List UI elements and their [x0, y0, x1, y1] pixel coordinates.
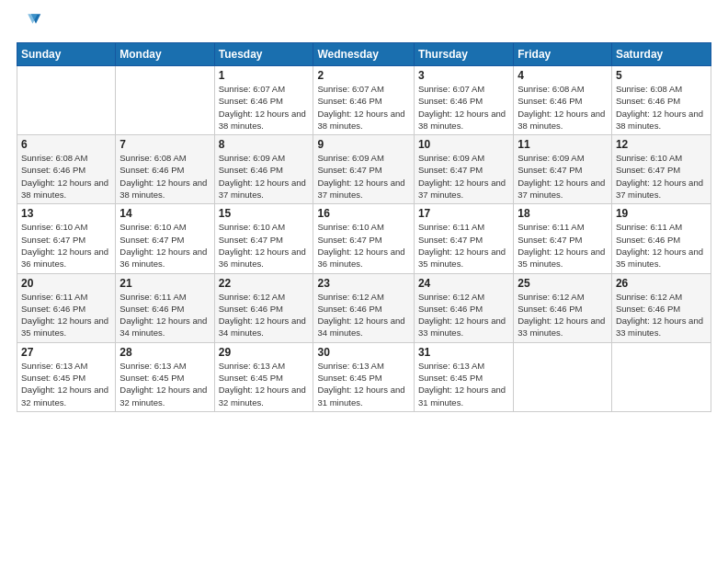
day-cell: 19Sunrise: 6:11 AM Sunset: 6:46 PM Dayli…: [611, 204, 711, 273]
day-number: 19: [616, 207, 707, 220]
col-header-saturday: Saturday: [611, 43, 711, 66]
day-cell: 2Sunrise: 6:07 AM Sunset: 6:46 PM Daylig…: [313, 66, 414, 135]
day-info: Sunrise: 6:08 AM Sunset: 6:46 PM Dayligh…: [119, 152, 210, 201]
day-info: Sunrise: 6:11 AM Sunset: 6:46 PM Dayligh…: [616, 221, 707, 270]
day-info: Sunrise: 6:11 AM Sunset: 6:47 PM Dayligh…: [418, 221, 509, 270]
days-header-row: SundayMondayTuesdayWednesdayThursdayFrid…: [17, 43, 711, 66]
day-number: 24: [418, 277, 509, 290]
col-header-friday: Friday: [514, 43, 612, 66]
day-number: 10: [418, 138, 509, 151]
day-cell: 22Sunrise: 6:12 AM Sunset: 6:46 PM Dayli…: [214, 273, 313, 342]
day-number: 27: [21, 346, 111, 359]
col-header-sunday: Sunday: [17, 43, 116, 66]
day-number: 6: [21, 138, 111, 151]
day-number: 4: [518, 69, 608, 82]
day-cell: 5Sunrise: 6:08 AM Sunset: 6:46 PM Daylig…: [611, 66, 711, 135]
day-number: 30: [317, 346, 409, 359]
day-cell: 23Sunrise: 6:12 AM Sunset: 6:46 PM Dayli…: [313, 273, 414, 342]
day-number: 2: [317, 69, 409, 82]
header: [17, 9, 711, 35]
day-info: Sunrise: 6:12 AM Sunset: 6:46 PM Dayligh…: [418, 291, 509, 339]
day-info: Sunrise: 6:11 AM Sunset: 6:46 PM Dayligh…: [119, 291, 210, 339]
day-info: Sunrise: 6:10 AM Sunset: 6:47 PM Dayligh…: [119, 221, 210, 270]
day-number: 31: [418, 346, 509, 359]
day-info: Sunrise: 6:12 AM Sunset: 6:46 PM Dayligh…: [219, 291, 310, 339]
calendar-table: SundayMondayTuesdayWednesdayThursdayFrid…: [17, 42, 711, 412]
day-cell: 17Sunrise: 6:11 AM Sunset: 6:47 PM Dayli…: [414, 204, 513, 273]
day-cell: 8Sunrise: 6:09 AM Sunset: 6:46 PM Daylig…: [214, 135, 313, 204]
day-number: 25: [518, 277, 608, 290]
day-cell: 13Sunrise: 6:10 AM Sunset: 6:47 PM Dayli…: [17, 204, 116, 273]
day-cell: 18Sunrise: 6:11 AM Sunset: 6:47 PM Dayli…: [514, 204, 612, 273]
col-header-tuesday: Tuesday: [214, 43, 313, 66]
day-cell: 14Sunrise: 6:10 AM Sunset: 6:47 PM Dayli…: [116, 204, 214, 273]
day-info: Sunrise: 6:11 AM Sunset: 6:46 PM Dayligh…: [21, 291, 111, 339]
day-number: 14: [119, 207, 210, 220]
day-number: 8: [219, 138, 310, 151]
day-number: 16: [317, 207, 409, 220]
day-number: 29: [219, 346, 310, 359]
logo-icon: [17, 9, 42, 35]
day-info: Sunrise: 6:13 AM Sunset: 6:45 PM Dayligh…: [219, 360, 310, 408]
day-info: Sunrise: 6:09 AM Sunset: 6:47 PM Dayligh…: [418, 152, 509, 201]
day-cell: 15Sunrise: 6:10 AM Sunset: 6:47 PM Dayli…: [214, 204, 313, 273]
day-number: 20: [21, 277, 111, 290]
day-info: Sunrise: 6:08 AM Sunset: 6:46 PM Dayligh…: [21, 152, 111, 201]
day-cell: 16Sunrise: 6:10 AM Sunset: 6:47 PM Dayli…: [313, 204, 414, 273]
day-number: 5: [616, 69, 707, 82]
day-info: Sunrise: 6:12 AM Sunset: 6:46 PM Dayligh…: [317, 291, 409, 339]
week-row-3: 13Sunrise: 6:10 AM Sunset: 6:47 PM Dayli…: [17, 204, 711, 273]
day-info: Sunrise: 6:08 AM Sunset: 6:46 PM Dayligh…: [616, 83, 707, 132]
col-header-wednesday: Wednesday: [313, 43, 414, 66]
day-number: 9: [317, 138, 409, 151]
day-cell: 28Sunrise: 6:13 AM Sunset: 6:45 PM Dayli…: [116, 342, 214, 411]
day-info: Sunrise: 6:10 AM Sunset: 6:47 PM Dayligh…: [219, 221, 310, 270]
col-header-monday: Monday: [116, 43, 214, 66]
logo: [17, 9, 46, 35]
day-cell: 10Sunrise: 6:09 AM Sunset: 6:47 PM Dayli…: [414, 135, 513, 204]
day-number: 15: [219, 207, 310, 220]
day-number: 17: [418, 207, 509, 220]
day-cell: 4Sunrise: 6:08 AM Sunset: 6:46 PM Daylig…: [514, 66, 612, 135]
day-info: Sunrise: 6:07 AM Sunset: 6:46 PM Dayligh…: [418, 83, 509, 132]
day-cell: 21Sunrise: 6:11 AM Sunset: 6:46 PM Dayli…: [116, 273, 214, 342]
day-number: 21: [119, 277, 210, 290]
day-cell: 3Sunrise: 6:07 AM Sunset: 6:46 PM Daylig…: [414, 66, 513, 135]
day-info: Sunrise: 6:09 AM Sunset: 6:47 PM Dayligh…: [317, 152, 409, 201]
day-info: Sunrise: 6:08 AM Sunset: 6:46 PM Dayligh…: [518, 83, 608, 132]
day-number: 22: [219, 277, 310, 290]
day-cell: 30Sunrise: 6:13 AM Sunset: 6:45 PM Dayli…: [313, 342, 414, 411]
day-info: Sunrise: 6:10 AM Sunset: 6:47 PM Dayligh…: [616, 152, 707, 201]
day-cell: 31Sunrise: 6:13 AM Sunset: 6:45 PM Dayli…: [414, 342, 513, 411]
day-info: Sunrise: 6:09 AM Sunset: 6:46 PM Dayligh…: [219, 152, 310, 201]
week-row-1: 1Sunrise: 6:07 AM Sunset: 6:46 PM Daylig…: [17, 66, 711, 135]
day-cell: 25Sunrise: 6:12 AM Sunset: 6:46 PM Dayli…: [514, 273, 612, 342]
day-number: 28: [119, 346, 210, 359]
day-number: 12: [616, 138, 707, 151]
day-cell: 27Sunrise: 6:13 AM Sunset: 6:45 PM Dayli…: [17, 342, 116, 411]
day-info: Sunrise: 6:12 AM Sunset: 6:46 PM Dayligh…: [518, 291, 608, 339]
day-number: 11: [518, 138, 608, 151]
day-info: Sunrise: 6:12 AM Sunset: 6:46 PM Dayligh…: [616, 291, 707, 339]
day-info: Sunrise: 6:13 AM Sunset: 6:45 PM Dayligh…: [317, 360, 409, 408]
week-row-5: 27Sunrise: 6:13 AM Sunset: 6:45 PM Dayli…: [17, 342, 711, 411]
day-number: 1: [219, 69, 310, 82]
day-cell: 11Sunrise: 6:09 AM Sunset: 6:47 PM Dayli…: [514, 135, 612, 204]
day-cell: [514, 342, 612, 411]
day-info: Sunrise: 6:13 AM Sunset: 6:45 PM Dayligh…: [119, 360, 210, 408]
page: SundayMondayTuesdayWednesdayThursdayFrid…: [0, 0, 728, 563]
day-info: Sunrise: 6:13 AM Sunset: 6:45 PM Dayligh…: [21, 360, 111, 408]
day-cell: 29Sunrise: 6:13 AM Sunset: 6:45 PM Dayli…: [214, 342, 313, 411]
day-number: 23: [317, 277, 409, 290]
day-cell: 26Sunrise: 6:12 AM Sunset: 6:46 PM Dayli…: [611, 273, 711, 342]
day-cell: 7Sunrise: 6:08 AM Sunset: 6:46 PM Daylig…: [116, 135, 214, 204]
day-info: Sunrise: 6:13 AM Sunset: 6:45 PM Dayligh…: [418, 360, 509, 408]
day-info: Sunrise: 6:07 AM Sunset: 6:46 PM Dayligh…: [317, 83, 409, 132]
day-info: Sunrise: 6:11 AM Sunset: 6:47 PM Dayligh…: [518, 221, 608, 270]
day-cell: 20Sunrise: 6:11 AM Sunset: 6:46 PM Dayli…: [17, 273, 116, 342]
day-number: 3: [418, 69, 509, 82]
day-cell: 9Sunrise: 6:09 AM Sunset: 6:47 PM Daylig…: [313, 135, 414, 204]
day-info: Sunrise: 6:09 AM Sunset: 6:47 PM Dayligh…: [518, 152, 608, 201]
day-info: Sunrise: 6:10 AM Sunset: 6:47 PM Dayligh…: [21, 221, 111, 270]
day-number: 26: [616, 277, 707, 290]
